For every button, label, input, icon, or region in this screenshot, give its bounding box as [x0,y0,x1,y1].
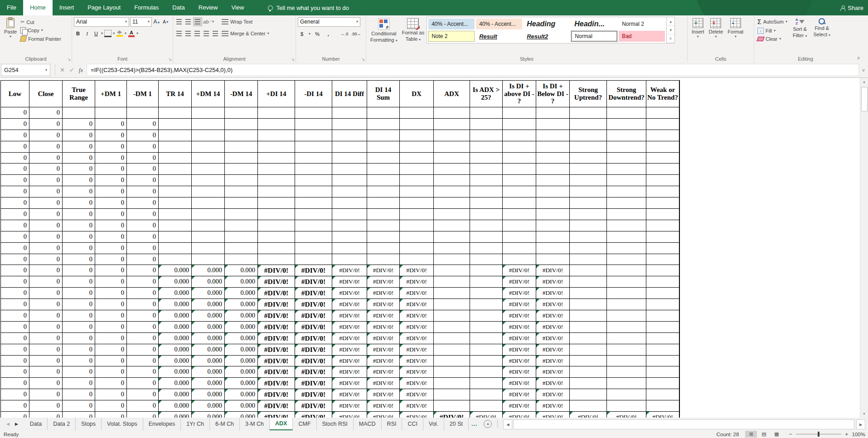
cell[interactable] [332,243,367,254]
cell[interactable]: 0 [127,356,159,367]
cell[interactable]: #DIV/0! [332,288,367,299]
cell[interactable] [332,254,367,265]
cell[interactable] [607,197,646,209]
cell[interactable] [192,130,225,141]
cell[interactable] [400,186,434,197]
cell[interactable]: #DIV/0! [295,356,332,367]
cell[interactable] [607,366,646,378]
cell[interactable] [470,197,503,209]
column-header-di-14[interactable]: -DI 14 [295,81,332,107]
cell[interactable]: 0 [95,243,127,254]
italic-button[interactable]: I [83,29,91,38]
cell[interactable]: 0 [63,412,95,418]
column-header-dx[interactable]: DX [400,81,434,107]
cell[interactable] [470,276,503,288]
cell[interactable] [646,175,679,186]
cell[interactable]: 0 [63,209,95,220]
cell[interactable]: #DIV/0! [536,265,570,276]
sheet-tab-1yr-ch[interactable]: 1Yr Ch [181,418,210,430]
cell[interactable] [536,186,570,197]
cell[interactable] [400,197,434,209]
cell[interactable] [503,231,536,243]
cell[interactable]: #DIV/0! [258,356,295,367]
cell[interactable]: 0 [63,119,95,130]
cell[interactable] [192,209,225,220]
cell[interactable] [225,175,258,186]
cell[interactable] [607,243,646,254]
format-as-table-button[interactable]: Format as Table ▾ [400,17,427,43]
cell[interactable] [367,153,400,164]
cell[interactable]: 0 [95,389,127,400]
gallery-scroll-up-icon[interactable]: ▴ [667,17,674,26]
cell[interactable]: #DIV/0! [295,366,332,378]
sheet-tab-stops[interactable]: Stops [76,418,102,430]
cell[interactable] [470,389,503,400]
cell[interactable] [570,153,607,164]
cell[interactable]: #DIV/0! [400,378,434,389]
cell[interactable]: 0 [1,310,29,322]
cell[interactable] [646,164,679,175]
cell[interactable]: 0 [29,322,63,333]
cell[interactable] [332,153,367,164]
style-swatch-result2[interactable]: Result2 [524,31,570,42]
cell[interactable]: 0 [127,186,159,197]
cell[interactable]: 0.000 [225,276,258,288]
cell[interactable] [159,243,192,254]
style-swatch-bad[interactable]: Bad [619,31,665,42]
ribbon-tab-home[interactable]: Home [23,0,53,15]
enter-check-icon[interactable]: ✓ [69,67,74,73]
sheet-tab-3-m-ch[interactable]: 3-M Ch [240,418,270,430]
cell[interactable]: #DIV/0! [332,378,367,389]
cell[interactable]: 0 [127,153,159,164]
cell[interactable]: 0 [127,164,159,175]
cell[interactable] [192,220,225,231]
cell[interactable]: #DIV/0! [295,412,332,418]
cell[interactable]: 0 [63,366,95,378]
cell[interactable] [470,130,503,141]
cell[interactable] [434,322,470,333]
cell[interactable]: 0.000 [225,400,258,412]
cell[interactable] [470,378,503,389]
cell[interactable]: 0 [95,220,127,231]
cell[interactable]: #DIV/0! [400,288,434,299]
cell[interactable]: 0 [127,276,159,288]
cell[interactable]: 0 [1,333,29,344]
underline-button[interactable]: U [92,29,100,38]
cell[interactable] [295,231,332,243]
cell[interactable]: 0 [95,197,127,209]
cell[interactable] [570,209,607,220]
sheet-nav-left-icon[interactable]: ◀ [6,422,10,426]
cell[interactable]: 0 [1,389,29,400]
cell[interactable]: 0 [1,344,29,356]
cell[interactable] [192,197,225,209]
cell[interactable]: 0 [1,378,29,389]
dialog-launcher-icon[interactable]: ↘ [67,57,71,62]
cell[interactable]: 0.000 [225,389,258,400]
column-header-true-range[interactable]: True Range [63,81,95,107]
cell[interactable] [127,107,159,119]
cell[interactable] [570,197,607,209]
cell[interactable]: 0 [63,265,95,276]
cell[interactable]: 0 [29,197,63,209]
cell[interactable]: 0 [127,231,159,243]
cell[interactable] [367,209,400,220]
cell[interactable]: 0.000 [159,299,192,310]
cell[interactable]: 0.000 [159,366,192,378]
cell[interactable]: 0 [95,400,127,412]
cell[interactable] [470,254,503,265]
cell[interactable]: 0 [29,175,63,186]
view-page-break-button[interactable]: ▦ [771,431,782,438]
align-right-icon[interactable] [193,29,201,38]
cell[interactable] [367,141,400,153]
borders-icon[interactable] [104,29,112,38]
cell[interactable]: 0.000 [192,333,225,344]
column-header-dm-14[interactable]: +DM 14 [192,81,225,107]
cell[interactable] [295,164,332,175]
cell[interactable] [434,220,470,231]
cell[interactable]: #DIV/0! [400,366,434,378]
orientation-icon[interactable]: ab⟋ [203,18,211,26]
horizontal-scrollbar-thumb[interactable] [513,419,854,429]
cell[interactable]: #DIV/0! [258,276,295,288]
cell[interactable]: 0 [29,288,63,299]
cell[interactable]: 0 [29,231,63,243]
